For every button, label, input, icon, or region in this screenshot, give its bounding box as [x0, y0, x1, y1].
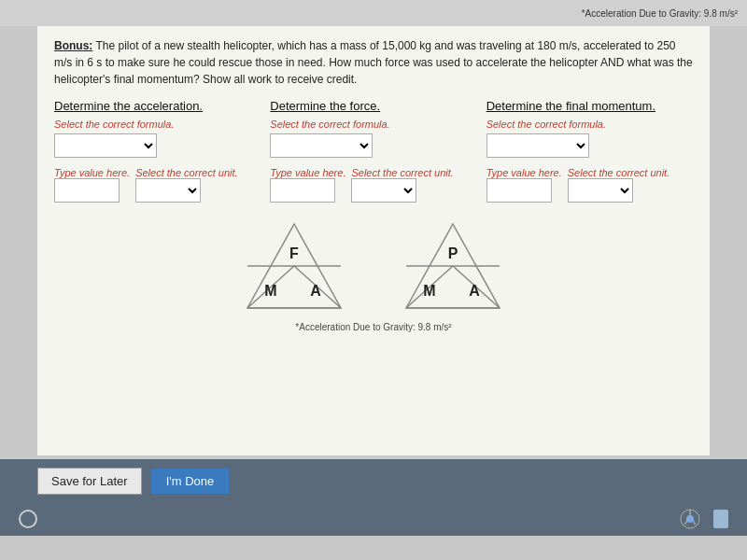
taskbar-icons: [680, 509, 728, 529]
col-acceleration: Determine the acceleration. Select the c…: [54, 99, 261, 203]
col2-unit-select[interactable]: [351, 178, 416, 203]
col2-formula-label: Select the correct formula.: [270, 119, 389, 130]
col3-unit-label: Select the correct unit.: [568, 167, 669, 178]
col1-value-label: Type value here.: [54, 167, 130, 178]
col2-value-label: Type value here.: [270, 167, 345, 178]
col1-title: Determine the acceleration.: [54, 99, 203, 113]
col2-title: Determine the force.: [270, 99, 380, 113]
col1-unit-label: Select the correct unit.: [135, 167, 237, 178]
col3-value-input[interactable]: [486, 178, 552, 203]
col2-formula-select[interactable]: [270, 133, 373, 158]
col3-sublabels: Type value here. Select the correct unit…: [486, 167, 670, 203]
svg-text:A: A: [469, 283, 480, 299]
col3-unit-select[interactable]: [568, 178, 633, 203]
col3-formula-label: Select the correct formula.: [486, 119, 606, 130]
bonus-label: Bonus:: [54, 39, 92, 52]
svg-text:F: F: [289, 245, 299, 261]
col2-sublabels: Type value here. Select the correct unit…: [270, 167, 454, 203]
chrome-icon[interactable]: [680, 509, 700, 529]
col1-unit-select[interactable]: [135, 178, 201, 203]
col3-value-group: Type value here.: [486, 167, 562, 203]
col2-value-group: Type value here.: [270, 167, 345, 203]
svg-text:M: M: [423, 283, 435, 299]
svg-text:A: A: [310, 283, 321, 299]
col1-value-input[interactable]: [54, 178, 120, 203]
col1-unit-group: Select the correct unit.: [135, 167, 237, 203]
triangle1: F M A: [243, 219, 345, 313]
top-bar-label: *Acceleration Due to Gravity: 9.8 m/s²: [582, 8, 738, 19]
col-momentum: Determine the final momentum. Select the…: [486, 99, 693, 203]
col3-formula-select[interactable]: [486, 133, 589, 158]
file-icon[interactable]: [713, 510, 728, 528]
taskbar: [0, 502, 747, 536]
col1-formula-select[interactable]: [54, 133, 157, 158]
svg-text:M: M: [264, 283, 276, 299]
col3-title: Determine the final momentum.: [486, 99, 655, 113]
bottom-bar: Save for Later I'm Done: [0, 459, 747, 502]
col2-unit-group: Select the correct unit.: [351, 167, 453, 203]
col-force: Determine the force. Select the correct …: [270, 99, 476, 203]
top-bar: *Acceleration Due to Gravity: 9.8 m/s²: [0, 0, 747, 26]
col1-sublabels: Type value here. Select the correct unit…: [54, 167, 238, 203]
columns: Determine the acceleration. Select the c…: [54, 99, 693, 203]
col1-value-group: Type value here.: [54, 167, 130, 203]
svg-text:P: P: [448, 245, 458, 261]
col3-value-label: Type value here.: [486, 167, 562, 178]
col2-unit-label: Select the correct unit.: [351, 167, 453, 178]
triangle1-svg: F M A: [243, 219, 345, 313]
bonus-text: Bonus: The pilot of a new stealth helico…: [54, 37, 693, 88]
triangles-section: F M A P M A: [54, 219, 693, 313]
col1-formula-label: Select the correct formula.: [54, 119, 174, 130]
col3-unit-group: Select the correct unit.: [568, 167, 669, 203]
save-button[interactable]: Save for Later: [37, 468, 142, 495]
done-button[interactable]: I'm Done: [151, 469, 230, 494]
col2-value-input[interactable]: [270, 178, 335, 203]
main-content: Bonus: The pilot of a new stealth helico…: [37, 26, 710, 455]
taskbar-circle-icon: [19, 510, 37, 528]
accel-note: *Acceleration Due to Gravity: 9.8 m/s²: [54, 322, 693, 332]
triangle2-svg: P M A: [402, 219, 504, 313]
bonus-body: The pilot of a new stealth helicopter, w…: [54, 39, 693, 86]
triangle2: P M A: [402, 219, 504, 313]
